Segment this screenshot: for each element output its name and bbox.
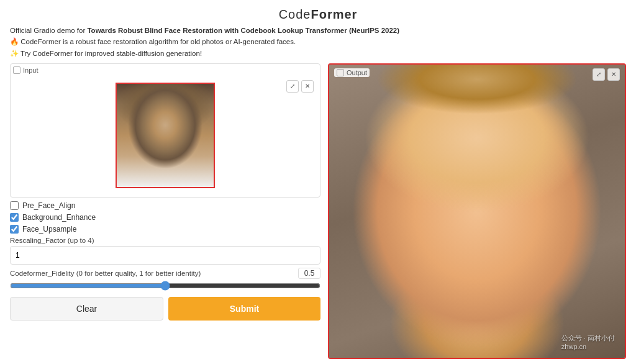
right-panel: Output ⤢ ✕ 公众号 · 南村小付 zhwp.cn <box>328 63 626 359</box>
face-upsample-label: Face_Upsample <box>22 225 76 234</box>
intro-bullet1: 🔥 CodeFormer is a robust face restoratio… <box>10 37 626 47</box>
intro-title-link: Towards Robust Blind Face Restoration wi… <box>87 27 399 34</box>
app-header: CodeFormer <box>10 5 626 25</box>
header-code: Code <box>279 7 311 21</box>
output-close-button[interactable]: ✕ <box>607 68 620 81</box>
rescaling-factor-group: Rescaling_Factor (up to 4) <box>10 237 320 265</box>
background-enhance-row: Background_Enhance <box>10 213 320 222</box>
image-tools: ⤢ ✕ <box>286 80 314 93</box>
intro-title-prefix: Official Gradio demo for <box>10 27 87 34</box>
background-enhance-label: Background_Enhance <box>22 213 96 222</box>
output-tools: ⤢ ✕ <box>593 68 620 81</box>
input-image-container <box>116 83 215 188</box>
rescaling-factor-input[interactable] <box>10 246 320 265</box>
rescaling-factor-label: Rescaling_Factor (up to 4) <box>10 237 320 244</box>
input-box-label: Input <box>13 66 317 74</box>
input-face-image <box>117 84 214 187</box>
page-wrapper: CodeFormer Official Gradio demo for Towa… <box>0 0 636 364</box>
intro-bullet2: ✨ Try CodeFormer for improved stable-dif… <box>10 48 626 59</box>
intro-section: Official Gradio demo for Towards Robust … <box>10 25 626 60</box>
fidelity-value: 0.5 <box>298 268 320 279</box>
output-label: Output <box>334 68 370 77</box>
close-button[interactable]: ✕ <box>301 80 314 93</box>
output-checkbox-icon <box>337 69 344 76</box>
fidelity-label-row: Codeformer_Fidelity (0 for better qualit… <box>10 268 320 279</box>
input-label-text: Input <box>23 66 38 74</box>
submit-button[interactable]: Submit <box>168 297 320 321</box>
fidelity-slider[interactable] <box>10 281 320 291</box>
header-former: Former <box>311 7 357 21</box>
main-content: Input ⤢ ✕ Pre_Face_Align <box>10 63 626 359</box>
output-face-image <box>329 65 625 358</box>
image-area[interactable]: ⤢ ✕ <box>13 76 317 194</box>
pre-face-align-row: Pre_Face_Align <box>10 201 320 210</box>
pre-face-align-checkbox[interactable] <box>10 201 19 210</box>
input-box: Input ⤢ ✕ <box>10 63 320 198</box>
output-label-text: Output <box>347 69 367 76</box>
watermark: 公众号 · 南村小付 zhwp.cn <box>561 334 615 350</box>
clear-button[interactable]: Clear <box>10 297 163 321</box>
fidelity-slider-row: Codeformer_Fidelity (0 for better qualit… <box>10 268 320 291</box>
face-upsample-row: Face_Upsample <box>10 225 320 234</box>
fidelity-label: Codeformer_Fidelity (0 for better qualit… <box>10 270 201 277</box>
input-checkbox-icon <box>13 66 20 74</box>
pre-face-align-label: Pre_Face_Align <box>22 201 75 210</box>
output-expand-button[interactable]: ⤢ <box>593 68 605 81</box>
expand-button[interactable]: ⤢ <box>286 80 299 93</box>
left-panel: Input ⤢ ✕ Pre_Face_Align <box>10 63 320 359</box>
background-enhance-checkbox[interactable] <box>10 213 19 222</box>
face-upsample-checkbox[interactable] <box>10 225 19 234</box>
intro-title: Official Gradio demo for Towards Robust … <box>10 25 626 36</box>
controls-section: Pre_Face_Align Background_Enhance Face_U… <box>10 201 320 291</box>
button-row: Clear Submit <box>10 297 320 321</box>
